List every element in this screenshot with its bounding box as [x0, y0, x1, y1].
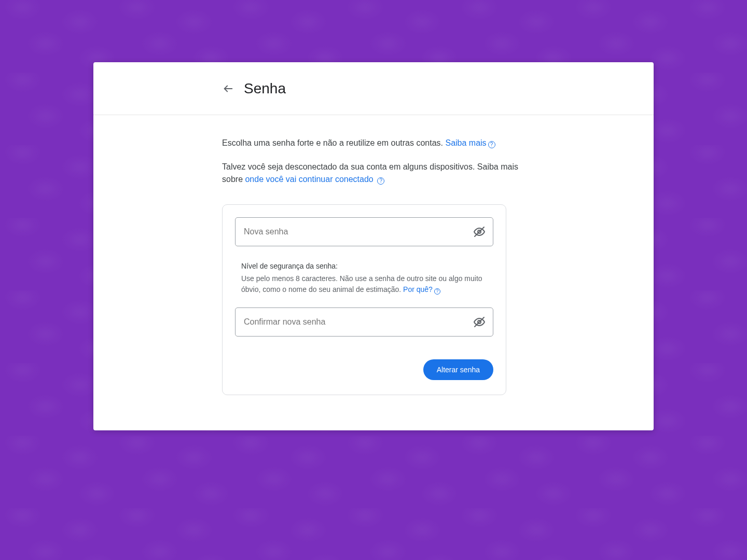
new-password-input[interactable]	[244, 227, 466, 236]
confirm-password-input[interactable]	[244, 317, 466, 327]
header: Senha	[93, 62, 654, 115]
strength-text: Use pelo menos 8 caracteres. Não use a s…	[241, 274, 482, 293]
strength-description: Use pelo menos 8 caracteres. Não use a s…	[241, 273, 487, 295]
help-icon[interactable]: ?	[377, 177, 384, 185]
button-row: Alterar senha	[235, 359, 493, 380]
new-password-field-wrap	[235, 217, 493, 246]
content: Escolha uma senha forte e não a reutiliz…	[93, 115, 654, 395]
password-form: Nível de segurança da senha: Use pelo me…	[222, 204, 506, 395]
back-arrow-icon[interactable]	[222, 82, 234, 95]
settings-panel: Senha Escolha uma senha forte e não a re…	[93, 62, 654, 430]
password-strength-block: Nível de segurança da senha: Use pelo me…	[235, 262, 493, 295]
description-line-1: Escolha uma senha forte e não a reutiliz…	[222, 137, 523, 149]
page-title: Senha	[244, 80, 286, 97]
toggle-visibility-icon[interactable]	[473, 226, 486, 238]
stay-connected-link[interactable]: onde você vai continuar conectado	[245, 175, 373, 184]
help-icon[interactable]: ?	[488, 141, 495, 148]
help-icon[interactable]: ?	[434, 288, 440, 295]
why-link[interactable]: Por quê?	[403, 285, 433, 293]
description-line-2: Talvez você seja desconectado da sua con…	[222, 161, 523, 186]
description-text: Escolha uma senha forte e não a reutiliz…	[222, 138, 445, 147]
toggle-visibility-icon[interactable]	[473, 316, 486, 328]
confirm-password-field-wrap	[235, 307, 493, 337]
learn-more-link[interactable]: Saiba mais	[445, 138, 486, 147]
strength-title: Nível de segurança da senha:	[241, 262, 487, 270]
change-password-button[interactable]: Alterar senha	[423, 359, 493, 380]
